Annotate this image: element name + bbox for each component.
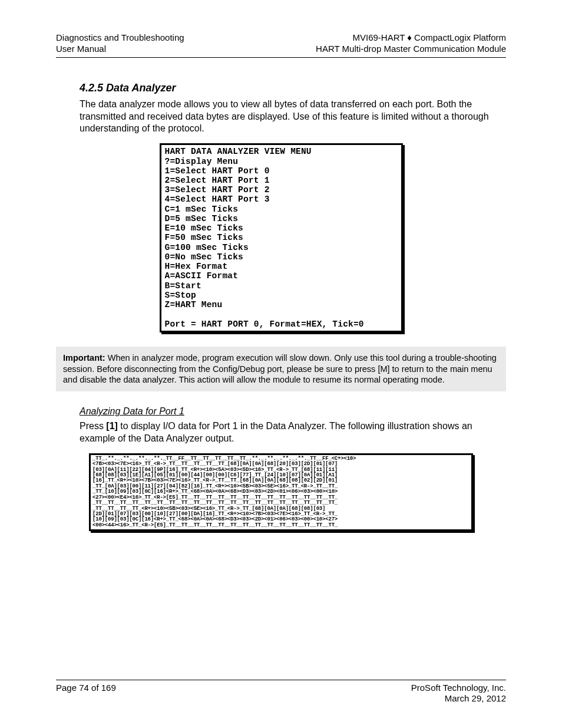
sub-p-c: to display I/O data for Port 1 in the Da…	[80, 421, 472, 443]
running-footer: Page 74 of 169 ProSoft Technology, Inc. …	[56, 680, 506, 705]
important-note: Important: When in analyzer mode, progra…	[56, 347, 506, 392]
header-left-2: User Manual	[56, 44, 106, 55]
note-text: When in analyzer mode, program execution…	[63, 353, 497, 385]
intro-paragraph: The data analyzer mode allows you to vie…	[80, 98, 506, 135]
header-right-1: MVI69-HART ♦ CompactLogix Platform	[352, 32, 506, 44]
subsection-heading: Analyzing Data for Port 1	[80, 406, 506, 418]
footer-company: ProSoft Technology, Inc.	[411, 683, 506, 694]
footer-date: March 29, 2012	[445, 693, 506, 704]
running-header: Diagnostics and Troubleshooting MVI69-HA…	[56, 32, 506, 58]
note-label: Important:	[63, 353, 105, 363]
header-left-1: Diagnostics and Troubleshooting	[56, 32, 184, 44]
page: Diagnostics and Troubleshooting MVI69-HA…	[0, 0, 562, 728]
sub-p-key: [1]	[106, 421, 118, 431]
header-divider	[56, 57, 506, 58]
analyzer-menu-screenshot: HART DATA ANALYZER VIEW MENU ?=Display M…	[160, 143, 403, 332]
main-content: 4.2.5 Data Analyzer The data analyzer mo…	[56, 81, 506, 532]
section-heading: 4.2.5 Data Analyzer	[80, 81, 506, 95]
page-number: Page 74 of 169	[56, 683, 116, 694]
analyzer-output-screenshot: _TT_.**._.**._.**._.**._TT__FF__TT__TT__…	[89, 453, 473, 532]
footer-divider	[56, 680, 506, 680]
sub-p-a: Press	[80, 421, 106, 431]
subsection-paragraph: Press [1] to display I/O data for Port 1…	[80, 420, 506, 445]
header-right-2: HART Multi-drop Master Communication Mod…	[316, 44, 506, 55]
